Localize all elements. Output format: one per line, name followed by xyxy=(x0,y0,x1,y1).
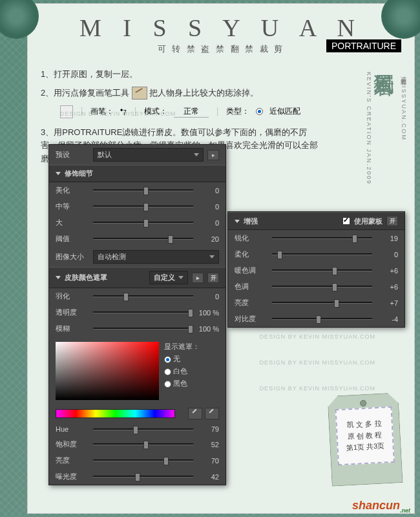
enhance-4-label: 亮度 xyxy=(235,298,268,308)
detail-3-slider-row: 阈值 20 xyxy=(49,231,226,247)
mask-opt-black[interactable]: 黑色 xyxy=(164,379,200,388)
enhance-1-slider[interactable] xyxy=(272,253,372,255)
watermark: DESIGN BY KEVIN MISSYUAN.COM xyxy=(260,385,375,392)
preset-label: 预设 xyxy=(56,150,89,160)
skin-1-slider-row: 透明度 100 % xyxy=(49,304,226,321)
skin-0-slider[interactable] xyxy=(93,295,193,297)
skin-2-label: 模糊 xyxy=(56,324,89,333)
skin-mask-header[interactable]: 皮肤颜色遮罩 自定义 ▸ 开 xyxy=(49,267,226,288)
enhance-4-value: +7 xyxy=(376,299,398,307)
hsl-3-value: 42 xyxy=(197,473,219,481)
hsl-1-slider-row: 饱和度 52 xyxy=(49,436,226,452)
chevron-down-icon xyxy=(56,276,61,279)
portraiture-panel: 预设 默认 ▸ 修饰细节 美化 0 中等 0 大 0 阈值 20 图像大小 自动… xyxy=(48,144,226,485)
enhance-1-slider-row: 柔化 0 xyxy=(228,246,404,262)
preset-menu-button[interactable]: ▸ xyxy=(207,150,219,160)
type-radio[interactable] xyxy=(256,108,263,115)
watermark: DESIGN BY KEVIN MISSYUAN.COM xyxy=(260,333,375,340)
enhance-2-label: 暖色调 xyxy=(235,266,268,275)
detail-3-label: 阈值 xyxy=(56,234,89,244)
eyedropper-add-icon[interactable] xyxy=(205,408,219,419)
enhance-1-value: 0 xyxy=(376,251,398,258)
detail-1-slider[interactable] xyxy=(93,206,193,207)
chevron-down-icon xyxy=(194,153,199,156)
enhance-2-slider-row: 暖色调 +6 xyxy=(228,262,404,279)
image-size-label: 图像大小 xyxy=(56,252,89,262)
enhance-2-slider[interactable] xyxy=(272,269,372,271)
enhance-5-value: -4 xyxy=(376,315,398,323)
detail-header[interactable]: 修饰细节 xyxy=(49,165,226,182)
tag-hole-icon xyxy=(360,400,367,407)
healing-brush-icon xyxy=(132,87,147,100)
skin-0-slider-row: 羽化 0 xyxy=(49,288,226,304)
hsl-1-label: 饱和度 xyxy=(56,439,89,449)
mask-opt-none[interactable]: 无 xyxy=(164,354,200,364)
hsl-1-value: 52 xyxy=(197,441,219,448)
color-picker[interactable] xyxy=(56,342,159,400)
skin-menu-button[interactable]: ▸ xyxy=(192,273,204,283)
hsl-1-slider[interactable] xyxy=(93,443,193,445)
hsl-2-slider[interactable] xyxy=(93,459,193,461)
detail-0-value: 0 xyxy=(197,187,219,195)
detail-2-slider-row: 大 0 xyxy=(49,215,226,231)
hsl-3-slider[interactable] xyxy=(93,476,193,478)
chevron-down-icon xyxy=(178,276,184,279)
detail-0-label: 美化 xyxy=(56,185,89,195)
skin-0-value: 0 xyxy=(197,293,219,301)
step-2: 2、用污点修复画笔工具 把人物身上比较大的痣涂掉。 xyxy=(41,87,401,100)
enhance-0-label: 锐化 xyxy=(235,233,268,243)
tag-page: 第1页 共3页 xyxy=(341,440,390,454)
enhance-panel: 增强 使用蒙板 开 锐化 19 柔化 0 暖色调 +6 色调 +6 亮度 +7 … xyxy=(227,211,405,328)
enhance-header[interactable]: 增强 使用蒙板 开 xyxy=(228,212,404,230)
step-2a: 2、用污点修复画笔工具 xyxy=(41,88,129,98)
detail-0-slider[interactable] xyxy=(93,189,193,191)
enhance-toggle-button[interactable]: 开 xyxy=(386,216,398,226)
shancun-logo: shancun.net xyxy=(352,499,410,514)
type-value: 近似匹配 xyxy=(269,106,300,117)
skin-1-label: 透明度 xyxy=(56,308,89,317)
skin-toggle-button[interactable]: 开 xyxy=(207,273,219,283)
mode-value[interactable]: 正常 xyxy=(174,106,209,118)
hsl-2-value: 70 xyxy=(197,457,219,465)
mask-opt-white[interactable]: 白色 xyxy=(164,366,200,376)
enhance-4-slider[interactable] xyxy=(272,302,372,304)
detail-3-slider[interactable] xyxy=(93,238,193,240)
portraiture-badge: PORTRAITURE xyxy=(326,39,401,52)
watermark: DESIGN BY KEVIN MISSYUAN.COM xyxy=(60,111,176,117)
image-size-row: 图像大小 自动检测 xyxy=(49,247,226,267)
enhance-0-slider-row: 锐化 19 xyxy=(228,230,404,246)
skin-2-value: 100 % xyxy=(197,325,219,333)
detail-2-slider[interactable] xyxy=(93,222,193,224)
enhance-0-value: 19 xyxy=(376,235,398,242)
enhance-3-slider[interactable] xyxy=(272,286,372,288)
hue-bar[interactable] xyxy=(56,409,175,418)
enhance-5-slider[interactable] xyxy=(272,318,372,320)
page-title: M I S S Y U A N xyxy=(41,14,401,42)
detail-2-value: 0 xyxy=(197,219,219,227)
skin-mode-dropdown[interactable]: 自定义 xyxy=(149,271,188,284)
chevron-down-icon xyxy=(235,220,240,223)
pagination-tag: 凯 文 多 拉 原 创 教 程 第1页 共3页 xyxy=(327,392,403,487)
chevron-down-icon xyxy=(209,255,215,258)
preset-dropdown[interactable]: 默认 xyxy=(93,148,204,162)
enhance-0-slider[interactable] xyxy=(272,237,372,239)
enhance-3-slider-row: 色调 +6 xyxy=(228,279,404,295)
preset-row: 预设 默认 ▸ xyxy=(49,145,226,165)
enhance-4-slider-row: 亮度 +7 xyxy=(228,295,404,311)
hsl-0-slider-row: Hue 79 xyxy=(49,422,226,436)
hsl-0-value: 79 xyxy=(197,425,219,433)
enhance-3-label: 色调 xyxy=(235,282,268,291)
skin-2-slider[interactable] xyxy=(93,328,193,330)
hsl-0-slider[interactable] xyxy=(93,428,193,430)
eyedropper-icon[interactable] xyxy=(188,408,202,419)
step-1: 1、打开原图，复制一层。 xyxy=(41,68,401,81)
use-mask-checkbox[interactable] xyxy=(342,217,350,225)
image-size-dropdown[interactable]: 自动检测 xyxy=(93,250,219,264)
hsl-2-slider-row: 亮度 70 xyxy=(49,452,226,469)
detail-2-label: 大 xyxy=(56,218,89,227)
enhance-1-label: 柔化 xyxy=(235,249,268,259)
hsl-2-label: 亮度 xyxy=(56,456,89,465)
skin-1-value: 100 % xyxy=(197,309,219,317)
detail-0-slider-row: 美化 0 xyxy=(49,182,226,198)
skin-1-slider[interactable] xyxy=(93,311,193,313)
